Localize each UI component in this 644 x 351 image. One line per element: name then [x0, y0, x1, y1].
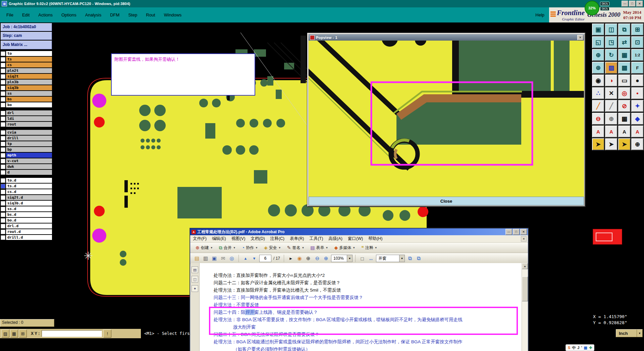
layer-row[interactable]: bo.d: [1, 218, 52, 223]
layer-row[interactable]: siq3b.d: [1, 201, 52, 206]
layer-label[interactable]: siq3b: [6, 85, 52, 90]
layer-label[interactable]: dwk: [6, 164, 52, 169]
layer-row[interactable]: cs.d: [1, 189, 52, 194]
small-window-tool[interactable]: ⊡: [631, 36, 644, 48]
layer-label[interactable]: siq2t: [6, 74, 52, 79]
previous-page-icon[interactable]: ▲: [241, 254, 250, 262]
annotation-note[interactable]: 附图开窗盖线，如果掏开需确认！: [111, 53, 255, 96]
acrobat-task-button[interactable]: ✎ 签名 ▼: [284, 244, 307, 252]
web-capture-icon[interactable]: ◎: [228, 254, 236, 262]
measure-tool[interactable]: ╱: [605, 100, 618, 112]
layer-checkbox[interactable]: [1, 147, 5, 152]
chevron-down-icon[interactable]: ▼: [637, 330, 642, 337]
origin-button[interactable]: ⊞: [19, 330, 27, 338]
slash-tool[interactable]: ╱: [592, 100, 604, 112]
layer-label[interactable]: rout.d: [6, 229, 52, 234]
layer-checkbox[interactable]: [1, 159, 5, 163]
menu-item[interactable]: Windows: [160, 7, 186, 22]
layer-row[interactable]: rout: [1, 122, 52, 127]
layer-checkbox[interactable]: [1, 195, 5, 200]
acrobat-menu-item[interactable]: 文档(D): [248, 236, 267, 242]
menu-item[interactable]: Analysis: [81, 7, 106, 22]
crosshair-tool[interactable]: ⊕: [631, 138, 644, 150]
layer-label[interactable]: rout: [6, 122, 52, 127]
forbid-tool[interactable]: ⊘: [618, 100, 631, 112]
open-folder-icon[interactable]: ▤: [193, 254, 201, 262]
layer-label[interactable]: bs: [6, 97, 52, 102]
chevron-down-icon[interactable]: ▼: [399, 255, 405, 262]
layer-checkbox[interactable]: [1, 170, 5, 175]
zoom-in-icon[interactable]: ⊕: [322, 254, 330, 262]
select-tool-icon[interactable]: ▸: [287, 254, 295, 262]
layer-label[interactable]: cs: [6, 62, 52, 67]
layer-row[interactable]: rout.d: [1, 229, 52, 234]
pdf-document-page[interactable]: 处理办法：直接加开窗制作，开窗大小=反光点的大小*2 问题二十二：如客户设计金属…: [200, 263, 522, 351]
pattern-fill-tool[interactable]: ▨: [605, 62, 618, 74]
layer-checkbox[interactable]: [1, 97, 5, 102]
dual-view-tool[interactable]: ◫: [605, 23, 618, 36]
layer-checkbox[interactable]: [1, 91, 5, 96]
layer-label[interactable]: drill: [6, 136, 52, 141]
popview-canvas[interactable]: [309, 41, 584, 197]
acrobat-restore-button[interactable]: □: [513, 229, 520, 235]
layer-label[interactable]: ldi: [6, 116, 52, 121]
acrobat-task-button[interactable]: ◆ 多媒体 ▼: [331, 244, 358, 252]
sogou-logo[interactable]: S: [567, 346, 571, 350]
layer-row[interactable]: cs: [1, 62, 52, 67]
delete-feature-tool[interactable]: ✕: [605, 87, 618, 99]
layer-checkbox[interactable]: [1, 111, 5, 115]
acrobat-task-button[interactable]: ❝ 注释 ▼: [359, 244, 380, 252]
layer-row[interactable]: drill: [1, 136, 52, 141]
acrobat-close-button[interactable]: ✕: [520, 229, 527, 235]
layer-row[interactable]: drl.d: [1, 223, 52, 229]
layer-checkbox[interactable]: [1, 201, 5, 206]
layer-row[interactable]: tp: [1, 141, 52, 146]
acrobat-menu-item[interactable]: 工具(T): [307, 236, 326, 242]
layer-checkbox[interactable]: [1, 212, 5, 217]
layer-checkbox[interactable]: [1, 68, 5, 73]
layer-row[interactable]: ts.d: [1, 184, 52, 189]
text-a-red-tool[interactable]: A: [592, 126, 604, 138]
search-dropdown[interactable]: 开窗 ▼: [376, 255, 405, 262]
scrollbar[interactable]: ▲ ▼: [522, 263, 528, 351]
layer-checkbox[interactable]: [1, 74, 5, 79]
layer-checkbox[interactable]: [1, 164, 5, 169]
menu-help[interactable]: Help: [531, 12, 549, 17]
menu-item[interactable]: Rout: [142, 7, 159, 22]
zoom-extent-tool[interactable]: ◳: [605, 36, 618, 48]
cursor-white-tool[interactable]: ➤: [605, 138, 618, 150]
layer-row[interactable]: siq3b: [1, 85, 52, 90]
acrobat-menu-item[interactable]: 窗口(W): [345, 236, 366, 242]
zoom-dropdown[interactable]: 103% ▼: [331, 255, 353, 262]
ring-tool[interactable]: ◎: [618, 87, 631, 99]
acrobat-titlebar[interactable]: A 工程常规处理办法(B2).pdf - Adobe Acrobat Pro —…: [190, 229, 528, 235]
layer-label[interactable]: ss.d: [6, 206, 52, 211]
layer-checkbox[interactable]: [1, 142, 5, 146]
monitor-tool[interactable]: ▣: [592, 23, 604, 36]
layer-checkbox[interactable]: [1, 224, 5, 229]
menu-item[interactable]: Step: [124, 7, 142, 22]
layer-checkbox[interactable]: [1, 178, 5, 183]
find-next-icon[interactable]: ⧉: [415, 254, 423, 262]
layer-row[interactable]: d: [1, 170, 52, 175]
acrobat-menu-item[interactable]: 表单(R): [287, 236, 307, 242]
layer-label[interactable]: ss: [6, 91, 52, 96]
layer-row[interactable]: bs: [1, 97, 52, 102]
add-tool[interactable]: ⊕: [605, 113, 618, 125]
popview-close-button[interactable]: Close: [309, 197, 584, 205]
acrobat-menu-item[interactable]: 注释(C): [268, 236, 287, 242]
acrobat-task-button[interactable]: ◈ 安全 ▼: [261, 244, 284, 252]
layer-label[interactable]: bp: [6, 147, 52, 152]
matrix-tool[interactable]: ▩: [618, 62, 631, 74]
layer-row[interactable]: to.d: [1, 178, 52, 183]
layer-label[interactable]: siq2t.d: [6, 195, 52, 200]
half-plane-tool[interactable]: ◑: [605, 74, 618, 87]
menu-item[interactable]: DFM: [106, 7, 124, 22]
acrobat-task-button[interactable]: ◔ 协作 ▼: [239, 244, 261, 252]
layer-row[interactable]: drill.d: [1, 235, 52, 240]
marquee-zoom-icon[interactable]: ⊕: [304, 254, 312, 262]
layer-row[interactable]: drl: [1, 110, 52, 115]
page-number-input[interactable]: [259, 255, 271, 262]
layer-checkbox[interactable]: [1, 136, 5, 141]
layer-checkbox[interactable]: [1, 122, 5, 127]
